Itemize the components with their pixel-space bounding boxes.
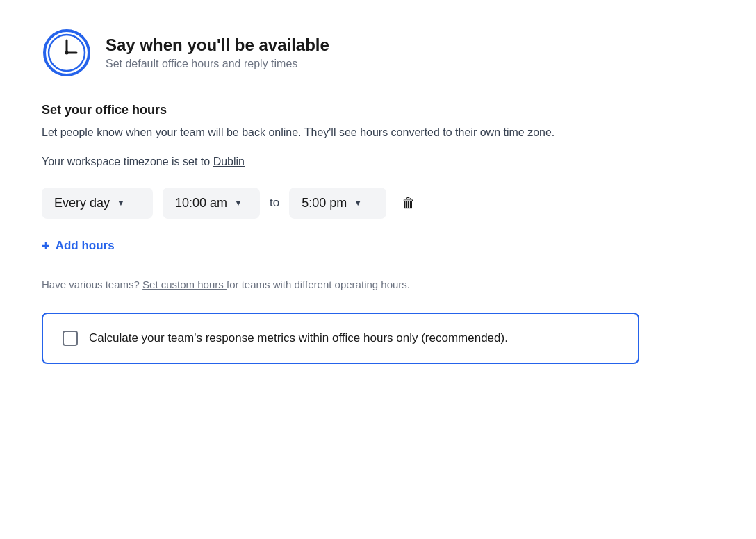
page-title: Say when you'll be available (106, 35, 329, 55)
day-dropdown-chevron-icon: ▼ (117, 198, 125, 208)
add-hours-plus-icon: + (42, 238, 50, 254)
add-hours-label: Add hours (56, 239, 115, 253)
timezone-line: Your workspace timezone is set to Dublin (42, 156, 714, 168)
teams-note-prefix: Have various teams? (42, 279, 142, 290)
response-metrics-checkbox-box: Calculate your team's response metrics w… (42, 313, 639, 364)
header-text: Say when you'll be available Set default… (106, 35, 329, 70)
to-label: to (270, 196, 279, 210)
page-header: Say when you'll be available Set default… (42, 28, 714, 78)
page-subtitle: Set default office hours and reply times (106, 58, 329, 70)
hours-row: Every day ▼ 10:00 am ▼ to 5:00 pm ▼ 🗑 (42, 188, 714, 219)
clock-icon (42, 28, 92, 78)
response-metrics-checkbox[interactable] (63, 331, 78, 346)
timezone-prefix: Your workspace timezone is set to (42, 156, 213, 167)
end-time-dropdown[interactable]: 5:00 pm ▼ (289, 188, 386, 219)
svg-point-4 (65, 51, 69, 55)
end-time-chevron-icon: ▼ (354, 198, 362, 208)
office-hours-section: Set your office hours Let people know wh… (42, 103, 714, 364)
section-title: Set your office hours (42, 103, 714, 117)
response-metrics-label: Calculate your team's response metrics w… (89, 329, 508, 347)
delete-hours-button[interactable]: 🗑 (396, 190, 421, 217)
timezone-link[interactable]: Dublin (213, 156, 245, 167)
start-time-label: 10:00 am (175, 196, 227, 210)
teams-note: Have various teams? Set custom hours for… (42, 276, 570, 293)
section-description: Let people know when your team will be b… (42, 124, 584, 142)
custom-hours-link[interactable]: Set custom hours (142, 279, 227, 290)
start-time-chevron-icon: ▼ (234, 198, 243, 208)
add-hours-button[interactable]: + Add hours (42, 238, 115, 254)
start-time-dropdown[interactable]: 10:00 am ▼ (163, 188, 260, 219)
end-time-label: 5:00 pm (302, 196, 347, 210)
teams-note-suffix: for teams with different operating hours… (227, 279, 410, 290)
trash-icon: 🗑 (402, 195, 416, 211)
day-dropdown-label: Every day (54, 196, 110, 210)
day-dropdown[interactable]: Every day ▼ (42, 188, 153, 219)
